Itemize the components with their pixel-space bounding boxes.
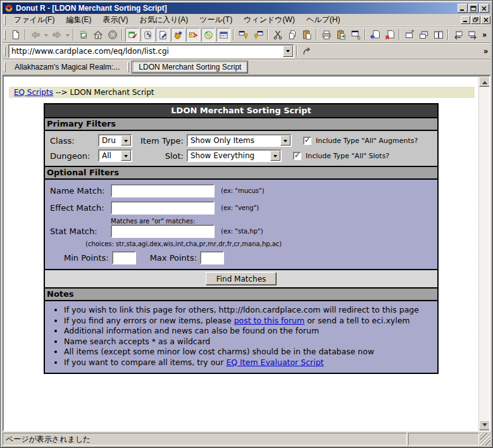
stat-match-input[interactable] xyxy=(111,225,215,238)
item-type-select[interactable]: Show Only Items xyxy=(187,134,292,147)
media-panel-icon xyxy=(204,30,213,40)
mdi-close-button[interactable] xyxy=(481,16,490,24)
print-button[interactable] xyxy=(319,28,334,42)
minimize-button[interactable] xyxy=(458,4,468,13)
toolbar-grip[interactable] xyxy=(4,30,6,40)
next-tab-button[interactable] xyxy=(465,28,480,42)
copy-button[interactable] xyxy=(285,28,299,42)
menu-view[interactable]: 表示(V) xyxy=(97,13,134,27)
triangle-up-icon xyxy=(482,78,487,84)
augments-checkbox-label: Include Type "All" Augments? xyxy=(316,137,418,145)
menu-favorites[interactable]: お気に入り(A) xyxy=(134,13,194,27)
item-type-label: Item Type: xyxy=(132,136,187,146)
effect-match-input[interactable] xyxy=(111,201,215,215)
addressbar-grip[interactable] xyxy=(4,46,6,56)
breadcrumb-link-eq-scripts[interactable]: EQ Scripts xyxy=(14,88,53,97)
note-text: If you find any errors or new items, ple… xyxy=(64,316,234,325)
slots-checkbox-label: Include Type "All" Slots? xyxy=(306,152,389,160)
menu-tools[interactable]: ツール(T) xyxy=(194,13,238,27)
slots-checkbox[interactable] xyxy=(293,152,301,160)
maximize-button[interactable] xyxy=(468,4,478,13)
address-dropdown-button[interactable] xyxy=(283,46,293,57)
min-points-input[interactable] xyxy=(112,251,136,264)
address-input[interactable] xyxy=(9,46,283,56)
menu-help[interactable]: ヘルプ(H) xyxy=(301,13,346,27)
forward-button[interactable] xyxy=(49,28,64,42)
cascade-windows-icon xyxy=(419,30,429,40)
note-text: Additional information and news can also… xyxy=(64,326,319,335)
min-points-label: Min Points: xyxy=(64,253,112,263)
menu-window[interactable]: ウィンドウ(W) xyxy=(238,13,301,27)
tile-windows-button[interactable] xyxy=(431,28,446,42)
dungeon-select[interactable]: All xyxy=(98,149,132,162)
tab-ldon-merchant[interactable]: LDON Merchant Sorting Script xyxy=(132,61,248,73)
home-button[interactable] xyxy=(90,28,105,42)
note-link-forum[interactable]: post to this forum xyxy=(234,316,305,325)
import-tab-button[interactable] xyxy=(368,28,382,42)
scroll-down-button[interactable] xyxy=(479,420,490,430)
tabbar-grip[interactable] xyxy=(4,62,6,72)
stop-button[interactable] xyxy=(105,28,120,42)
slot-select[interactable]: Show Everything xyxy=(187,149,282,162)
paste-button[interactable] xyxy=(299,28,314,42)
menubar-grip[interactable] xyxy=(4,15,6,25)
note-link-evaluator[interactable]: EQ Item Evaluator Script xyxy=(226,358,323,367)
title-bar[interactable]: Donut R - [LDON Merchant Sorting Script] xyxy=(3,3,490,14)
maximize-icon xyxy=(470,6,477,11)
cascade-windows-button[interactable] xyxy=(416,28,431,42)
gesture-panel-toggle[interactable] xyxy=(171,28,185,42)
resize-grip[interactable] xyxy=(480,433,490,445)
image-panel-toggle[interactable] xyxy=(186,28,200,42)
status-secondary-pane xyxy=(408,433,479,445)
script-panel-toggle[interactable] xyxy=(140,28,154,42)
pin-window-button[interactable] xyxy=(251,28,265,42)
chevron-down-icon xyxy=(66,34,70,39)
new-page-button[interactable] xyxy=(8,28,23,42)
slot-select-arrow[interactable] xyxy=(270,151,280,161)
toolbar-separator xyxy=(399,29,400,40)
find-matches-button[interactable]: Find Matches xyxy=(206,272,277,285)
menu-file[interactable]: ファイル(F) xyxy=(8,13,60,27)
open-link-button[interactable] xyxy=(348,28,363,42)
status-bar: ページが表示されました xyxy=(3,433,490,445)
mdi-restore-button[interactable] xyxy=(471,16,480,24)
cut-button[interactable] xyxy=(270,28,285,42)
back-history-button[interactable] xyxy=(42,28,49,42)
refresh-button[interactable] xyxy=(76,28,90,42)
new-window-pin-button[interactable] xyxy=(236,28,251,42)
toolbar-overflow-chevron[interactable]: » xyxy=(480,30,489,39)
vertical-scrollbar[interactable] xyxy=(478,77,489,430)
forward-history-button[interactable] xyxy=(64,28,71,42)
previous-tab-button[interactable] xyxy=(451,28,465,42)
mdi-minimize-button[interactable] xyxy=(461,16,470,24)
class-select[interactable]: Dru xyxy=(98,134,132,147)
document-panel-toggle[interactable] xyxy=(156,28,170,42)
paste-go-button[interactable] xyxy=(334,28,348,42)
calendar-panel-icon xyxy=(219,30,228,40)
window-title: Donut R - [LDON Merchant Sorting Script] xyxy=(16,4,457,13)
tab-allakhazam[interactable]: Allakhazam's Magical Realm:... xyxy=(8,61,126,73)
address-field xyxy=(8,44,294,58)
triangle-down-icon xyxy=(482,423,487,429)
favorites-panel-toggle[interactable] xyxy=(125,28,139,42)
document-panel-icon xyxy=(158,30,168,40)
back-button[interactable] xyxy=(28,28,42,42)
scroll-up-button[interactable] xyxy=(479,77,490,87)
status-message-pane: ページが表示されました xyxy=(3,433,407,445)
paste-go-icon xyxy=(336,30,346,40)
new-window-button[interactable] xyxy=(402,28,416,42)
close-tab-button[interactable] xyxy=(382,28,397,42)
media-panel-toggle[interactable] xyxy=(201,28,215,42)
close-button[interactable] xyxy=(479,4,489,13)
calendar-panel-toggle[interactable] xyxy=(216,28,230,42)
menu-edit[interactable]: 編集(E) xyxy=(60,13,97,27)
addressbar-overflow-chevron[interactable]: » xyxy=(481,47,490,56)
name-match-input[interactable] xyxy=(111,184,215,197)
item-type-select-arrow[interactable] xyxy=(280,135,290,146)
class-select-arrow[interactable] xyxy=(121,135,131,146)
max-points-label: Max Points: xyxy=(150,253,200,263)
augments-checkbox[interactable] xyxy=(303,137,311,145)
max-points-input[interactable] xyxy=(200,251,224,264)
go-button[interactable] xyxy=(299,44,314,58)
dungeon-select-arrow[interactable] xyxy=(121,151,131,161)
